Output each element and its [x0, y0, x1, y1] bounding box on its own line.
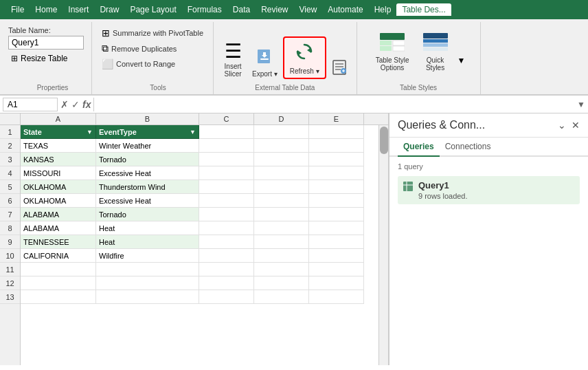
- expand-formula-icon[interactable]: ▼: [577, 100, 585, 109]
- cell[interactable]: ALABAMA: [21, 221, 96, 235]
- cell[interactable]: [254, 235, 309, 249]
- query-item[interactable]: Query1 9 rows loaded.: [398, 176, 580, 204]
- formula-input[interactable]: [97, 98, 574, 111]
- cell[interactable]: [21, 290, 96, 304]
- menu-draw[interactable]: Draw: [94, 3, 124, 16]
- col-header-d[interactable]: D: [254, 113, 309, 124]
- remove-duplicates-button[interactable]: ⧉ Remove Duplicates: [98, 41, 207, 56]
- menu-insert[interactable]: Insert: [63, 3, 94, 16]
- table-row[interactable]: [21, 263, 378, 276]
- scroll-thumb[interactable]: [380, 127, 388, 154]
- insert-slicer-button[interactable]: ☰ InsertSlicer: [219, 41, 247, 79]
- cell[interactable]: Wildfire: [96, 249, 199, 263]
- cell[interactable]: [309, 194, 364, 208]
- vertical-scrollbar[interactable]: [378, 125, 388, 365]
- cell[interactable]: [309, 208, 364, 221]
- table-row[interactable]: ALABAMAHeat: [21, 221, 378, 235]
- confirm-formula-icon[interactable]: ✓: [71, 99, 80, 110]
- cell[interactable]: [254, 221, 309, 235]
- cell[interactable]: [199, 166, 254, 180]
- summarize-pivot-button[interactable]: ⊞ Summarize with PivotTable: [98, 26, 207, 40]
- cell[interactable]: [96, 290, 199, 304]
- cell[interactable]: [309, 180, 364, 194]
- col-header-a[interactable]: A: [21, 113, 96, 124]
- cell[interactable]: KANSAS: [21, 153, 96, 166]
- cell[interactable]: [199, 290, 254, 304]
- menu-file[interactable]: File: [5, 3, 30, 16]
- menu-review[interactable]: Review: [256, 3, 293, 16]
- cell[interactable]: CALIFORNIA: [21, 249, 96, 263]
- cell[interactable]: [199, 221, 254, 235]
- cell[interactable]: [309, 276, 364, 290]
- table-row[interactable]: [21, 276, 378, 290]
- function-icon[interactable]: fx: [82, 99, 91, 110]
- close-panel-icon[interactable]: ✕: [572, 120, 580, 131]
- menu-data[interactable]: Data: [227, 3, 256, 16]
- cell[interactable]: [309, 235, 364, 249]
- cell[interactable]: [254, 276, 309, 290]
- refresh-button[interactable]: Refresh ▾: [283, 36, 326, 79]
- cell[interactable]: [21, 263, 96, 276]
- cell[interactable]: Heat: [96, 235, 199, 249]
- header-cell-eventtype[interactable]: EventType▼: [96, 125, 199, 139]
- table-row[interactable]: OKLAHOMAExcessive Heat: [21, 194, 378, 208]
- cell[interactable]: [96, 263, 199, 276]
- quick-styles-button[interactable]: QuickStyles: [419, 32, 452, 73]
- queries-tab[interactable]: Queries: [398, 138, 440, 157]
- table-style-options-button[interactable]: Table StyleOptions: [372, 32, 414, 73]
- table-row[interactable]: CALIFORNIAWildfire: [21, 249, 378, 263]
- cell[interactable]: [21, 276, 96, 290]
- cell[interactable]: ALABAMA: [21, 208, 96, 221]
- menu-page-layout[interactable]: Page Layout: [124, 3, 181, 16]
- cell[interactable]: [254, 180, 309, 194]
- cell[interactable]: Thunderstorm Wind: [96, 180, 199, 194]
- expand-styles-button[interactable]: ▼: [457, 56, 466, 79]
- menu-table-design[interactable]: Table Des...: [396, 3, 451, 16]
- cell[interactable]: [254, 153, 309, 166]
- convert-to-range-button[interactable]: ⬜ Convert to Range: [98, 57, 207, 71]
- connections-tab[interactable]: Connections: [440, 138, 497, 155]
- cell[interactable]: [309, 249, 364, 263]
- cell[interactable]: Tornado: [96, 153, 199, 166]
- table-row[interactable]: [21, 290, 378, 304]
- cell[interactable]: MISSOURI: [21, 166, 96, 180]
- cell[interactable]: Excessive Heat: [96, 166, 199, 180]
- properties-button[interactable]: [328, 58, 351, 79]
- menu-help[interactable]: Help: [369, 3, 397, 16]
- cell[interactable]: [254, 249, 309, 263]
- menu-view[interactable]: View: [294, 3, 323, 16]
- cell[interactable]: [96, 276, 199, 290]
- cell[interactable]: [254, 139, 309, 153]
- header-cell-state[interactable]: State▼: [21, 125, 96, 139]
- table-row[interactable]: OKLAHOMAThunderstorm Wind: [21, 180, 378, 194]
- header-cell-empty-E[interactable]: [309, 125, 364, 139]
- table-row[interactable]: State▼EventType▼: [21, 125, 378, 139]
- header-cell-empty-D[interactable]: [254, 125, 309, 139]
- table-row[interactable]: KANSASTornado: [21, 153, 378, 166]
- cell[interactable]: [199, 235, 254, 249]
- cell[interactable]: [309, 166, 364, 180]
- resize-table-button[interactable]: ⊞ Resize Table: [8, 52, 70, 65]
- cell[interactable]: [309, 139, 364, 153]
- cell-reference-input[interactable]: [3, 98, 58, 111]
- cell[interactable]: Tornado: [96, 208, 199, 221]
- cell[interactable]: [309, 221, 364, 235]
- cell[interactable]: [254, 263, 309, 276]
- cell[interactable]: Winter Weather: [96, 139, 199, 153]
- table-name-input[interactable]: [8, 36, 84, 50]
- menu-formulas[interactable]: Formulas: [182, 3, 227, 16]
- cell[interactable]: TEXAS: [21, 139, 96, 153]
- cell[interactable]: [199, 153, 254, 166]
- cell[interactable]: [309, 263, 364, 276]
- table-row[interactable]: TENNESSEEHeat: [21, 235, 378, 249]
- cell[interactable]: [309, 153, 364, 166]
- collapse-panel-icon[interactable]: ⌄: [558, 120, 566, 131]
- cancel-formula-icon[interactable]: ✗: [60, 99, 69, 110]
- cell[interactable]: [309, 290, 364, 304]
- cell[interactable]: [254, 208, 309, 221]
- header-cell-empty-C[interactable]: [199, 125, 254, 139]
- cell[interactable]: [254, 290, 309, 304]
- cell[interactable]: [254, 194, 309, 208]
- export-button[interactable]: Export ▾: [248, 45, 282, 79]
- table-row[interactable]: MISSOURIExcessive Heat: [21, 166, 378, 180]
